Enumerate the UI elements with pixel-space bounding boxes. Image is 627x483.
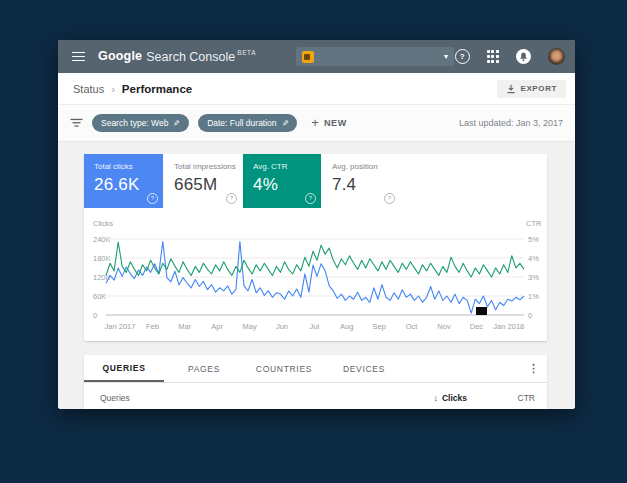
- filter-chip-search-type[interactable]: Search type: Web ✎: [92, 114, 189, 132]
- breadcrumb-bar: Status › Performance EXPORT: [58, 73, 575, 105]
- filter-icon[interactable]: [70, 118, 83, 128]
- appbar-actions: ?: [455, 48, 565, 65]
- content-area: Total clicks 26.6K ? Total impressions 6…: [58, 142, 575, 409]
- page-title: Performance: [122, 83, 192, 95]
- desktop-background: GoogleSearch ConsoleBETA ▾ ? Status › Pe…: [0, 0, 627, 483]
- chip-label: Date: Full duration: [207, 118, 276, 128]
- last-updated-text: Last updated: Jan 3, 2017: [459, 118, 563, 128]
- mouse-cursor: [476, 307, 487, 315]
- overflow-menu-icon[interactable]: ⋮: [528, 355, 539, 382]
- beta-tag: BETA: [237, 49, 256, 56]
- tab-countries[interactable]: COUNTRIES: [244, 355, 324, 382]
- export-button[interactable]: EXPORT: [497, 80, 567, 98]
- dimension-tabs: QUERIES PAGES COUNTRIES DEVICES ⋮: [84, 355, 547, 383]
- x-axis-label: Jan 2017: [105, 322, 136, 331]
- metric-label: Total clicks: [94, 162, 163, 171]
- metric-tile-total-impressions[interactable]: Total impressions 665M ?: [163, 154, 242, 208]
- metric-tile-avg-ctr[interactable]: Avg. CTR 4% ?: [242, 154, 321, 208]
- x-axis-label: Oct: [406, 322, 418, 331]
- metric-label: Total impressions: [174, 162, 242, 171]
- metric-tile-total-clicks[interactable]: Total clicks 26.6K ?: [84, 154, 163, 208]
- menu-icon[interactable]: [72, 52, 85, 62]
- metric-value: 665M: [174, 175, 242, 195]
- search-console-window: GoogleSearch ConsoleBETA ▾ ? Status › Pe…: [58, 40, 575, 409]
- breadcrumb-parent[interactable]: Status: [73, 83, 104, 95]
- x-axis-labels: Jan 2017 Feb Mar Apr May Jun Jul Aug Sep…: [84, 322, 547, 334]
- edit-pencil-icon: ✎: [282, 119, 289, 128]
- breadcrumb-separator: ›: [111, 83, 115, 95]
- metric-value: 26.6K: [94, 175, 163, 195]
- filter-chip-date[interactable]: Date: Full duration ✎: [198, 114, 297, 132]
- metric-tile-avg-position[interactable]: Avg. position 7.4 ?: [321, 154, 400, 208]
- logo-primary: Google: [98, 50, 142, 64]
- chevron-down-icon: ▾: [444, 53, 448, 61]
- plus-icon: +: [311, 118, 319, 128]
- performance-line-chart[interactable]: Clicks CTR 240K 180K 120K 60K 0 5% 4% 3%…: [84, 208, 547, 341]
- column-header-clicks[interactable]: ↓ Clicks: [433, 393, 467, 403]
- tab-devices[interactable]: DEVICES: [324, 355, 404, 382]
- x-axis-label: Nov: [437, 322, 450, 331]
- app-bar: GoogleSearch ConsoleBETA ▾ ?: [58, 40, 575, 73]
- avatar[interactable]: [548, 48, 565, 65]
- metric-value: 4%: [253, 175, 321, 195]
- help-icon[interactable]: ?: [226, 193, 237, 204]
- column-header-ctr[interactable]: CTR: [467, 393, 535, 403]
- x-axis-label: Mar: [178, 322, 191, 331]
- metric-label: Avg. position: [332, 162, 400, 171]
- export-label: EXPORT: [521, 84, 558, 93]
- apps-grid-icon[interactable]: [487, 50, 499, 62]
- property-selector-dropdown[interactable]: ▾: [296, 47, 454, 66]
- help-icon[interactable]: ?: [305, 193, 316, 204]
- table-header-row: Queries ↓ Clicks CTR: [84, 383, 547, 409]
- x-axis-label: Jun: [276, 322, 288, 331]
- dimensions-table-card: QUERIES PAGES COUNTRIES DEVICES ⋮ Querie…: [84, 355, 547, 409]
- property-icon: [302, 51, 314, 63]
- x-axis-label: May: [243, 322, 257, 331]
- logo-secondary: Search Console: [146, 50, 235, 64]
- metric-label: Avg. CTR: [253, 162, 321, 171]
- x-axis-label: Jan 2018: [493, 322, 524, 331]
- new-filter-button[interactable]: + NEW: [311, 118, 347, 128]
- chip-label: Search type: Web: [101, 118, 168, 128]
- x-axis-label: Feb: [146, 322, 159, 331]
- filter-bar: Search type: Web ✎ Date: Full duration ✎…: [58, 105, 575, 142]
- tab-pages[interactable]: PAGES: [164, 355, 244, 382]
- sort-desc-icon: ↓: [433, 393, 438, 403]
- metric-tiles: Total clicks 26.6K ? Total impressions 6…: [84, 154, 547, 208]
- x-axis-label: Sep: [373, 322, 386, 331]
- help-icon[interactable]: ?: [147, 193, 158, 204]
- metric-value: 7.4: [332, 175, 400, 195]
- new-label: NEW: [324, 118, 347, 128]
- app-logo: GoogleSearch ConsoleBETA: [98, 49, 256, 63]
- help-icon[interactable]: ?: [455, 49, 470, 64]
- tab-queries[interactable]: QUERIES: [84, 355, 164, 382]
- edit-pencil-icon: ✎: [173, 119, 180, 128]
- x-axis-label: Jul: [310, 322, 320, 331]
- notifications-bell-icon[interactable]: [516, 49, 531, 64]
- help-icon[interactable]: ?: [384, 193, 395, 204]
- download-icon: [506, 84, 516, 94]
- x-axis-label: Apr: [211, 322, 223, 331]
- x-axis-label: Aug: [340, 322, 353, 331]
- column-header-queries[interactable]: Queries: [100, 393, 130, 403]
- x-axis-label: Dec: [470, 322, 483, 331]
